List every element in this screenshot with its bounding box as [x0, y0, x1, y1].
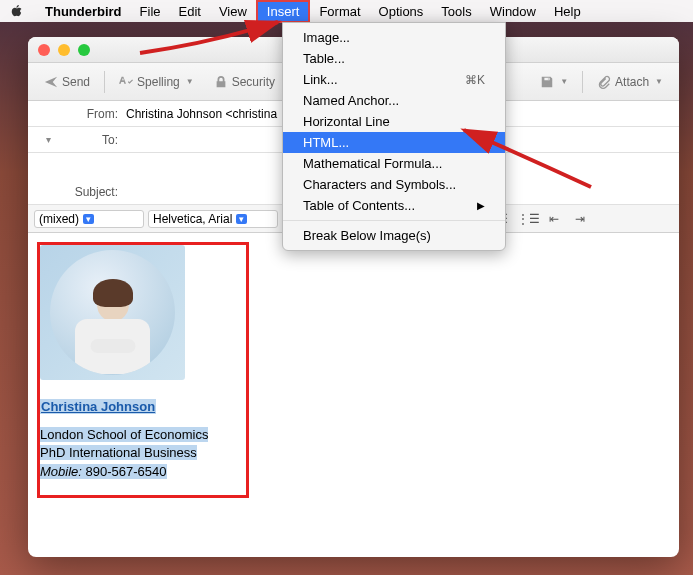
app-name-menu[interactable]: Thunderbird: [36, 2, 131, 21]
dropdown-break[interactable]: Break Below Image(s): [283, 225, 505, 246]
to-label: To:: [58, 133, 126, 147]
send-icon: [44, 75, 58, 89]
menu-format[interactable]: Format: [310, 2, 369, 21]
dropdown-table[interactable]: Table...: [283, 48, 505, 69]
dropdown-html[interactable]: HTML...: [283, 132, 505, 153]
dropdown-link[interactable]: Link...⌘K: [283, 69, 505, 90]
menu-bar: Thunderbird File Edit View Insert Format…: [0, 0, 693, 22]
paperclip-icon: [597, 75, 611, 89]
spelling-button[interactable]: Spelling ▼: [113, 71, 200, 93]
compose-body[interactable]: Christina Johnson London School of Econo…: [28, 233, 679, 493]
menu-view[interactable]: View: [210, 2, 256, 21]
subject-label: Subject:: [38, 185, 126, 199]
send-button[interactable]: Send: [38, 71, 96, 93]
email-signature: Christina Johnson London School of Econo…: [40, 245, 208, 481]
chevron-down-icon[interactable]: ▾: [38, 134, 58, 145]
dropdown-anchor[interactable]: Named Anchor...: [283, 90, 505, 111]
dropdown-toc[interactable]: Table of Contents...▶: [283, 195, 505, 216]
menu-edit[interactable]: Edit: [170, 2, 210, 21]
dropdown-math[interactable]: Mathematical Formula...: [283, 153, 505, 174]
menu-help[interactable]: Help: [545, 2, 590, 21]
menu-file[interactable]: File: [131, 2, 170, 21]
save-icon: [540, 75, 554, 89]
signature-mobile-label: Mobile:: [40, 464, 82, 479]
chevron-down-icon: ▼: [186, 77, 194, 86]
save-button[interactable]: ▼: [534, 71, 574, 93]
signature-org: London School of Economics: [40, 427, 208, 442]
spelling-icon: [119, 75, 133, 89]
dropdown-chars[interactable]: Characters and Symbols...: [283, 174, 505, 195]
menu-window[interactable]: Window: [481, 2, 545, 21]
signature-title: PhD International Business: [40, 445, 197, 460]
signature-mobile-value: 890-567-6540: [86, 464, 167, 479]
dropdown-image[interactable]: Image...: [283, 27, 505, 48]
outdent-button[interactable]: ⇤: [543, 208, 565, 230]
font-select[interactable]: Helvetica, Arial▾: [148, 210, 278, 228]
apple-icon: [10, 4, 24, 18]
indent-button[interactable]: ⇥: [569, 208, 591, 230]
attach-button[interactable]: Attach ▼: [591, 71, 669, 93]
menu-options[interactable]: Options: [370, 2, 433, 21]
dropdown-separator: [283, 220, 505, 221]
maximize-button[interactable]: [78, 44, 90, 56]
minimize-button[interactable]: [58, 44, 70, 56]
numbered-list-button[interactable]: ⋮☰: [517, 208, 539, 230]
chevron-down-icon: ▼: [560, 77, 568, 86]
dropdown-hr[interactable]: Horizontal Line: [283, 111, 505, 132]
paragraph-style-select[interactable]: (mixed)▾: [34, 210, 144, 228]
lock-icon: [214, 75, 228, 89]
close-button[interactable]: [38, 44, 50, 56]
signature-name: Christina Johnson: [40, 399, 156, 414]
insert-dropdown: Image... Table... Link...⌘K Named Anchor…: [282, 22, 506, 251]
signature-avatar: [40, 245, 185, 380]
chevron-down-icon: ▼: [655, 77, 663, 86]
from-label: From:: [38, 107, 126, 121]
menu-insert[interactable]: Insert: [256, 0, 311, 23]
menu-tools[interactable]: Tools: [432, 2, 480, 21]
chevron-right-icon: ▶: [477, 200, 485, 211]
